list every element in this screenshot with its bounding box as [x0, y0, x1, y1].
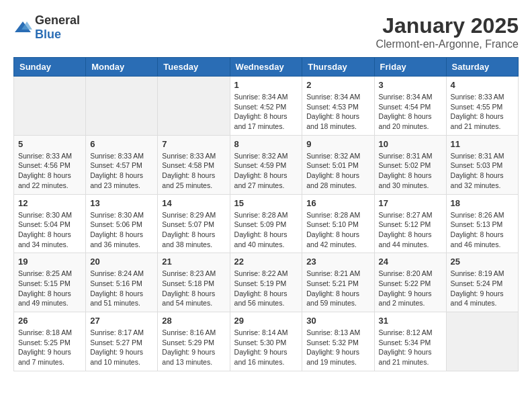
- day-info: Sunrise: 8:13 AMSunset: 5:32 PMDaylight:…: [306, 328, 369, 367]
- col-saturday: Saturday: [446, 58, 518, 77]
- calendar-week-row: 19Sunrise: 8:25 AMSunset: 5:15 PMDayligh…: [14, 253, 519, 312]
- day-number: 29: [234, 316, 298, 326]
- day-info: Sunrise: 8:34 AMSunset: 4:54 PMDaylight:…: [379, 92, 442, 132]
- table-row: 25Sunrise: 8:19 AMSunset: 5:24 PMDayligh…: [446, 253, 518, 312]
- location-title: Clermont-en-Argonne, France: [375, 38, 519, 50]
- day-info: Sunrise: 8:31 AMSunset: 5:03 PMDaylight:…: [451, 151, 514, 191]
- logo-blue: Blue: [35, 28, 61, 41]
- day-info: Sunrise: 8:30 AMSunset: 5:04 PMDaylight:…: [18, 210, 81, 250]
- table-row: [14, 77, 86, 136]
- table-row: 13Sunrise: 8:30 AMSunset: 5:06 PMDayligh…: [86, 194, 158, 253]
- day-number: 23: [306, 257, 369, 267]
- table-row: 4Sunrise: 8:33 AMSunset: 4:55 PMDaylight…: [446, 77, 518, 136]
- day-info: Sunrise: 8:25 AMSunset: 5:15 PMDaylight:…: [18, 269, 81, 308]
- table-row: 18Sunrise: 8:26 AMSunset: 5:13 PMDayligh…: [446, 194, 518, 253]
- day-info: Sunrise: 8:27 AMSunset: 5:12 PMDaylight:…: [379, 210, 442, 250]
- col-wednesday: Wednesday: [230, 58, 302, 77]
- table-row: 11Sunrise: 8:31 AMSunset: 5:03 PMDayligh…: [446, 135, 518, 194]
- page-header: General Blue January 2025 Clermont-en-Ar…: [13, 13, 519, 50]
- day-number: 10: [379, 139, 442, 149]
- day-number: 16: [306, 198, 369, 208]
- table-row: 7Sunrise: 8:33 AMSunset: 4:58 PMDaylight…: [158, 135, 230, 194]
- day-number: 31: [379, 316, 442, 326]
- table-row: 29Sunrise: 8:14 AMSunset: 5:30 PMDayligh…: [230, 312, 302, 371]
- day-info: Sunrise: 8:32 AMSunset: 5:01 PMDaylight:…: [306, 151, 369, 191]
- col-sunday: Sunday: [14, 58, 86, 77]
- logo-text: General Blue: [35, 13, 80, 42]
- col-friday: Friday: [374, 58, 446, 77]
- table-row: 14Sunrise: 8:29 AMSunset: 5:07 PMDayligh…: [158, 194, 230, 253]
- calendar-header-row: Sunday Monday Tuesday Wednesday Thursday…: [14, 58, 519, 77]
- day-info: Sunrise: 8:18 AMSunset: 5:25 PMDaylight:…: [18, 328, 81, 367]
- day-info: Sunrise: 8:31 AMSunset: 5:02 PMDaylight:…: [379, 151, 442, 191]
- day-number: 17: [379, 198, 442, 208]
- table-row: 2Sunrise: 8:34 AMSunset: 4:53 PMDaylight…: [302, 77, 374, 136]
- day-number: 21: [162, 257, 225, 267]
- day-number: 1: [234, 80, 298, 90]
- day-number: 19: [18, 257, 81, 267]
- day-number: 28: [162, 316, 225, 326]
- table-row: 5Sunrise: 8:33 AMSunset: 4:56 PMDaylight…: [14, 135, 86, 194]
- calendar-week-row: 26Sunrise: 8:18 AMSunset: 5:25 PMDayligh…: [14, 312, 519, 371]
- day-number: 18: [451, 198, 514, 208]
- table-row: [158, 77, 230, 136]
- calendar-week-row: 5Sunrise: 8:33 AMSunset: 4:56 PMDaylight…: [14, 135, 519, 194]
- table-row: [446, 312, 518, 371]
- table-row: 21Sunrise: 8:23 AMSunset: 5:18 PMDayligh…: [158, 253, 230, 312]
- table-row: 8Sunrise: 8:32 AMSunset: 4:59 PMDaylight…: [230, 135, 302, 194]
- col-monday: Monday: [86, 58, 158, 77]
- day-number: 24: [379, 257, 442, 267]
- day-info: Sunrise: 8:12 AMSunset: 5:34 PMDaylight:…: [379, 328, 442, 367]
- day-number: 20: [90, 257, 153, 267]
- day-info: Sunrise: 8:21 AMSunset: 5:21 PMDaylight:…: [306, 269, 369, 308]
- table-row: 26Sunrise: 8:18 AMSunset: 5:25 PMDayligh…: [14, 312, 86, 371]
- col-tuesday: Tuesday: [158, 58, 230, 77]
- day-info: Sunrise: 8:26 AMSunset: 5:13 PMDaylight:…: [451, 210, 514, 250]
- day-info: Sunrise: 8:33 AMSunset: 4:55 PMDaylight:…: [451, 92, 514, 132]
- calendar-week-row: 1Sunrise: 8:34 AMSunset: 4:52 PMDaylight…: [14, 77, 519, 136]
- table-row: 23Sunrise: 8:21 AMSunset: 5:21 PMDayligh…: [302, 253, 374, 312]
- calendar-table: Sunday Monday Tuesday Wednesday Thursday…: [13, 57, 519, 371]
- table-row: [86, 77, 158, 136]
- day-number: 25: [451, 257, 514, 267]
- table-row: 6Sunrise: 8:33 AMSunset: 4:57 PMDaylight…: [86, 135, 158, 194]
- day-info: Sunrise: 8:33 AMSunset: 4:56 PMDaylight:…: [18, 151, 81, 191]
- day-number: 27: [90, 316, 153, 326]
- day-number: 7: [162, 139, 225, 149]
- day-info: Sunrise: 8:32 AMSunset: 4:59 PMDaylight:…: [234, 151, 298, 191]
- day-number: 26: [18, 316, 81, 326]
- table-row: 27Sunrise: 8:17 AMSunset: 5:27 PMDayligh…: [86, 312, 158, 371]
- day-info: Sunrise: 8:28 AMSunset: 5:09 PMDaylight:…: [234, 210, 298, 250]
- col-thursday: Thursday: [302, 58, 374, 77]
- table-row: 1Sunrise: 8:34 AMSunset: 4:52 PMDaylight…: [230, 77, 302, 136]
- day-number: 14: [162, 198, 225, 208]
- table-row: 24Sunrise: 8:20 AMSunset: 5:22 PMDayligh…: [374, 253, 446, 312]
- day-number: 13: [90, 198, 153, 208]
- table-row: 9Sunrise: 8:32 AMSunset: 5:01 PMDaylight…: [302, 135, 374, 194]
- day-info: Sunrise: 8:14 AMSunset: 5:30 PMDaylight:…: [234, 328, 298, 367]
- table-row: 16Sunrise: 8:28 AMSunset: 5:10 PMDayligh…: [302, 194, 374, 253]
- table-row: 3Sunrise: 8:34 AMSunset: 4:54 PMDaylight…: [374, 77, 446, 136]
- logo-icon: [13, 20, 32, 35]
- day-number: 9: [306, 139, 369, 149]
- day-number: 30: [306, 316, 369, 326]
- day-number: 11: [451, 139, 514, 149]
- table-row: 12Sunrise: 8:30 AMSunset: 5:04 PMDayligh…: [14, 194, 86, 253]
- table-row: 31Sunrise: 8:12 AMSunset: 5:34 PMDayligh…: [374, 312, 446, 371]
- table-row: 19Sunrise: 8:25 AMSunset: 5:15 PMDayligh…: [14, 253, 86, 312]
- table-row: 22Sunrise: 8:22 AMSunset: 5:19 PMDayligh…: [230, 253, 302, 312]
- day-info: Sunrise: 8:33 AMSunset: 4:57 PMDaylight:…: [90, 151, 153, 191]
- day-info: Sunrise: 8:23 AMSunset: 5:18 PMDaylight:…: [162, 269, 225, 308]
- day-number: 6: [90, 139, 153, 149]
- day-info: Sunrise: 8:24 AMSunset: 5:16 PMDaylight:…: [90, 269, 153, 308]
- day-info: Sunrise: 8:16 AMSunset: 5:29 PMDaylight:…: [162, 328, 225, 367]
- day-info: Sunrise: 8:34 AMSunset: 4:52 PMDaylight:…: [234, 92, 298, 132]
- day-info: Sunrise: 8:22 AMSunset: 5:19 PMDaylight:…: [234, 269, 298, 308]
- day-number: 3: [379, 80, 442, 90]
- table-row: 17Sunrise: 8:27 AMSunset: 5:12 PMDayligh…: [374, 194, 446, 253]
- day-number: 5: [18, 139, 81, 149]
- day-number: 8: [234, 139, 298, 149]
- day-info: Sunrise: 8:34 AMSunset: 4:53 PMDaylight:…: [306, 92, 369, 132]
- day-number: 4: [451, 80, 514, 90]
- day-info: Sunrise: 8:30 AMSunset: 5:06 PMDaylight:…: [90, 210, 153, 250]
